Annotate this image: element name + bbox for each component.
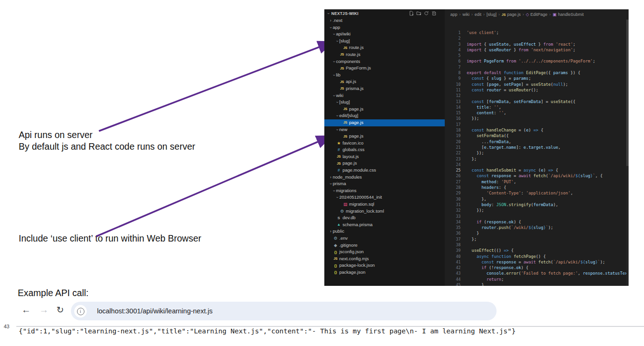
code-line-41[interactable]: 41 const response = await fetch(`/api/wi… xyxy=(445,259,629,265)
tree-item-edit-slug-[interactable]: ›edit/[slug] xyxy=(324,112,445,119)
code-line-30[interactable]: 30 }, xyxy=(445,196,629,202)
forward-icon[interactable]: → xyxy=(39,304,49,315)
code-line-39[interactable]: 39 useEffect(() => { xyxy=(445,248,629,253)
code-line-2[interactable]: 2 xyxy=(445,35,629,41)
code-line-5[interactable]: 5 xyxy=(445,53,629,58)
tree-item-route.js[interactable]: route.js xyxy=(324,51,445,58)
breadcrumb-item[interactable]: EditPage xyxy=(531,12,548,17)
scrollbar-thumb[interactable] xyxy=(626,20,629,166)
code-line-32[interactable]: 32 }); xyxy=(445,208,629,213)
code-line-44[interactable]: 44 return; xyxy=(445,277,629,282)
code-line-16[interactable]: 16 }); xyxy=(445,116,629,121)
tree-item-api-wiki[interactable]: ›api/wiki xyxy=(324,31,445,38)
tree-item-node-modules[interactable]: ›node_modules xyxy=(324,174,445,181)
tree-item-migration-lock.toml[interactable]: migration_lock.toml xyxy=(324,208,445,215)
tree-item-package.json[interactable]: package.json xyxy=(324,269,445,276)
tree-item-new[interactable]: ›new xyxy=(324,126,445,133)
code-line-36[interactable]: 36 } xyxy=(445,230,629,236)
code-line-13[interactable]: 13 const [formData, setFormData] = useSt… xyxy=(445,99,629,104)
code-line-42[interactable]: 42 if (!response.ok) { xyxy=(445,265,629,270)
tree-item-page.js[interactable]: page.js xyxy=(324,133,445,140)
code-line-23[interactable]: 23 }; xyxy=(445,156,629,162)
code-line-24[interactable]: 24 xyxy=(445,162,629,167)
tree-item-public[interactable]: ›public xyxy=(324,228,445,235)
tree-item-app[interactable]: ›app xyxy=(324,24,445,31)
tree-item-.gitignore[interactable]: .gitignore xyxy=(324,242,445,249)
code-line-9[interactable]: 9 const { slug } = params; xyxy=(445,76,629,81)
code-line-40[interactable]: 40 async function fetchPage() { xyxy=(445,254,629,259)
code-area[interactable]: 1'use client';23import { useState, useEf… xyxy=(445,30,629,286)
code-line-20[interactable]: 20 ...formData, xyxy=(445,139,629,145)
collapse-folders-icon[interactable] xyxy=(431,11,436,16)
tree-item--slug-[interactable]: ›[slug] xyxy=(324,99,445,106)
new-folder-icon[interactable] xyxy=(416,11,421,16)
breadcrumb-item[interactable]: page.js xyxy=(507,12,521,17)
code-line-25[interactable]: 25 const handleSubmit = async (e) => { xyxy=(445,167,629,173)
code-line-3[interactable]: 3import { useState, useEffect } from 're… xyxy=(445,42,629,47)
address-bar[interactable]: i localhost:3001/api/wiki/learning-next.… xyxy=(71,302,497,320)
code-line-18[interactable]: 18 const handleChange = (e) => { xyxy=(445,127,629,133)
tree-item-globals.css[interactable]: globals.css xyxy=(324,146,445,153)
tree-item-20240512000544-init[interactable]: ›20240512000544_init xyxy=(324,194,445,201)
code-line-15[interactable]: 15 content: '', xyxy=(445,110,629,116)
reload-icon[interactable]: ↻ xyxy=(56,304,64,315)
tree-item-dev.db[interactable]: dev.db xyxy=(324,215,445,221)
code-line-6[interactable]: 6import PageForm from '../../../componen… xyxy=(445,58,629,64)
breadcrumb-item[interactable]: [slug] xyxy=(487,12,497,17)
code-line-11[interactable]: 11 const router = useRouter(); xyxy=(445,87,629,93)
tree-item-page.module.css[interactable]: page.module.css xyxy=(324,167,445,174)
breadcrumb-item[interactable]: handleSubmit xyxy=(558,12,584,17)
tree-item-migrations[interactable]: ›migrations xyxy=(324,187,445,194)
tree-item-jsconfig.json[interactable]: jsconfig.json xyxy=(324,249,445,256)
code-line-4[interactable]: 4import { useRouter } from 'next/navigat… xyxy=(445,47,629,53)
tree-item-layout.js[interactable]: layout.js xyxy=(324,153,445,160)
tree-item-.next[interactable]: ›.next xyxy=(324,17,445,24)
url-text[interactable]: localhost:3001/api/wiki/learning-next.js xyxy=(97,302,212,320)
tree-item-pageform.js[interactable]: PageForm.js xyxy=(324,65,445,72)
code-line-33[interactable]: 33 xyxy=(445,214,629,219)
tree-item-page.js[interactable]: page.js xyxy=(324,119,445,126)
tree-item-page.js[interactable]: page.js xyxy=(324,160,445,167)
breadcrumb-item[interactable]: wiki xyxy=(462,12,469,17)
code-line-35[interactable]: 35 router.push(`/wiki/${slug}`); xyxy=(445,225,629,230)
tree-item-api.js[interactable]: api.js xyxy=(324,78,445,85)
code-line-45[interactable]: 45 } xyxy=(445,282,629,286)
code-line-8[interactable]: 8export default function EditPage({ para… xyxy=(445,70,629,76)
tree-item-prisma.js[interactable]: prisma.js xyxy=(324,85,445,92)
breadcrumb-item[interactable]: app xyxy=(450,12,457,17)
tree-item-wiki[interactable]: ›wiki xyxy=(324,92,445,99)
code-line-34[interactable]: 34 if (response.ok) { xyxy=(445,219,629,225)
code-line-12[interactable]: 12 xyxy=(445,93,629,98)
code-line-26[interactable]: 26 const response = await fetch(`/api/wi… xyxy=(445,173,629,179)
code-line-27[interactable]: 27 method: 'PUT', xyxy=(445,179,629,185)
site-info-icon[interactable]: i xyxy=(74,305,87,318)
tree-item-schema.prisma[interactable]: schema.prisma xyxy=(324,221,445,228)
tree-item-prisma[interactable]: ›prisma xyxy=(324,180,445,187)
tree-item-.env[interactable]: .env xyxy=(324,235,445,242)
code-line-21[interactable]: 21 [e.target.name]: e.target.value, xyxy=(445,145,629,150)
tree-item-next.config.mjs[interactable]: next.config.mjs xyxy=(324,256,445,263)
code-line-10[interactable]: 10 const [page, setPage] = useState(null… xyxy=(445,82,629,87)
tree-item-page.js[interactable]: page.js xyxy=(324,106,445,113)
tree-item-package-lock.json[interactable]: package-lock.json xyxy=(324,262,445,269)
code-line-17[interactable]: 17 xyxy=(445,122,629,127)
code-line-14[interactable]: 14 title: '', xyxy=(445,104,629,110)
code-line-28[interactable]: 28 headers: { xyxy=(445,185,629,190)
tree-item-route.js[interactable]: route.js xyxy=(324,44,445,51)
code-line-19[interactable]: 19 setFormData({ xyxy=(445,133,629,138)
tree-item-lib[interactable]: ›lib xyxy=(324,72,445,79)
code-line-7[interactable]: 7 xyxy=(445,64,629,70)
code-line-37[interactable]: 37 }; xyxy=(445,236,629,242)
code-line-1[interactable]: 1'use client'; xyxy=(445,30,629,35)
new-file-icon[interactable] xyxy=(409,11,414,16)
code-line-31[interactable]: 31 body: JSON.stringify(formData), xyxy=(445,202,629,208)
breadcrumb-item[interactable]: edit xyxy=(475,12,482,17)
code-line-43[interactable]: 43 console.error('Failed to fetch page:'… xyxy=(445,270,629,276)
code-line-29[interactable]: 29 'Content-Type': 'application/json', xyxy=(445,190,629,196)
editor-scrollbar[interactable] xyxy=(626,20,629,286)
tree-item-migration.sql[interactable]: migration.sql xyxy=(324,201,445,208)
code-line-38[interactable]: 38 xyxy=(445,242,629,248)
back-icon[interactable]: ← xyxy=(21,304,31,315)
tree-item--slug-[interactable]: ›[slug] xyxy=(324,38,445,45)
tree-item-favicon.ico[interactable]: favicon.ico xyxy=(324,140,445,147)
